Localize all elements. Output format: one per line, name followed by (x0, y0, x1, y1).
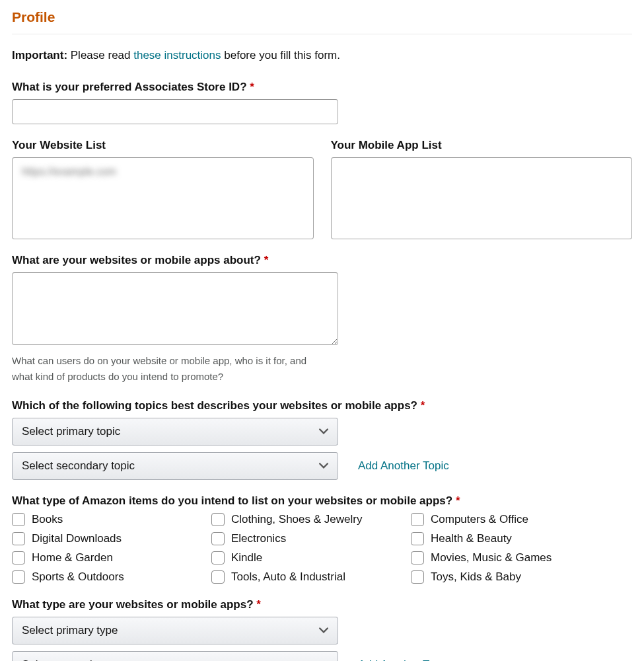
item-checkbox-row: Toys, Kids & Baby (411, 570, 610, 584)
website-list-label: Your Website List (12, 139, 314, 152)
items-label: What type of Amazon items do you intend … (12, 494, 632, 508)
item-checkbox-label: Books (32, 513, 63, 526)
items-section: What type of Amazon items do you intend … (12, 494, 632, 584)
important-text-before: Please read (71, 49, 133, 61)
item-checkbox-row: Books (12, 513, 211, 526)
item-checkbox-label: Health & Beauty (431, 532, 512, 545)
mobile-list-box[interactable] (331, 157, 633, 239)
about-textarea[interactable] (12, 272, 338, 345)
topics-label: Which of the following topics best descr… (12, 399, 632, 412)
add-another-topic-link[interactable]: Add Another Topic (358, 459, 449, 473)
page-title: Profile (12, 9, 55, 24)
page-header: Profile (12, 0, 632, 34)
item-checkbox[interactable] (12, 570, 25, 584)
item-checkbox-label: Clothing, Shoes & Jewelry (231, 513, 362, 526)
important-text-after: before you fill this form. (221, 49, 340, 61)
item-checkbox[interactable] (12, 513, 25, 526)
item-checkbox-label: Electronics (231, 532, 286, 545)
item-checkbox-row: Electronics (211, 532, 411, 545)
item-checkbox-label: Movies, Music & Games (431, 551, 552, 564)
instructions-link[interactable]: these instructions (133, 49, 221, 61)
secondary-type-select[interactable]: Select secondary type (12, 651, 338, 661)
secondary-topic-value: Select secondary topic (22, 459, 135, 473)
chevron-down-icon (319, 626, 328, 635)
store-id-input[interactable] (12, 99, 338, 124)
about-section: What are your websites or mobile apps ab… (12, 254, 632, 385)
item-checkbox-row: Computers & Office (411, 513, 610, 526)
item-checkbox-row: Digital Downloads (12, 532, 211, 545)
item-checkbox-row: Clothing, Shoes & Jewelry (211, 513, 411, 526)
item-checkbox[interactable] (12, 532, 25, 545)
chevron-down-icon (319, 461, 328, 471)
item-checkbox[interactable] (411, 551, 424, 564)
item-checkbox[interactable] (211, 532, 225, 545)
item-checkbox[interactable] (211, 570, 225, 584)
item-checkbox-label: Digital Downloads (32, 532, 122, 545)
item-checkbox[interactable] (411, 513, 424, 526)
primary-topic-select[interactable]: Select primary topic (12, 418, 338, 446)
website-list-box[interactable]: https://example.com (12, 157, 314, 239)
lists-section: Your Website List https://example.com Yo… (12, 139, 632, 239)
item-checkbox-label: Home & Garden (32, 551, 113, 564)
item-checkbox-label: Kindle (231, 551, 262, 564)
important-notice: Important: Please read these instruction… (12, 49, 632, 62)
item-checkbox-label: Sports & Outdoors (32, 570, 124, 584)
about-help-text: What can users do on your website or mob… (12, 353, 316, 385)
items-checkbox-grid: BooksClothing, Shoes & JewelryComputers … (12, 513, 632, 584)
website-list-item: https://example.com (22, 166, 116, 177)
chevron-down-icon (319, 427, 328, 436)
item-checkbox-row: Home & Garden (12, 551, 211, 564)
item-checkbox-label: Tools, Auto & Industrial (231, 570, 345, 584)
item-checkbox[interactable] (12, 551, 25, 564)
about-label: What are your websites or mobile apps ab… (12, 254, 632, 267)
item-checkbox[interactable] (211, 513, 225, 526)
store-id-label: What is your preferred Associates Store … (12, 81, 632, 94)
mobile-list-label: Your Mobile App List (331, 139, 633, 152)
types-label: What type are your websites or mobile ap… (12, 598, 632, 611)
item-checkbox-row: Movies, Music & Games (411, 551, 610, 564)
mobile-list-col: Your Mobile App List (331, 139, 633, 239)
item-checkbox-row: Health & Beauty (411, 532, 610, 545)
secondary-topic-select[interactable]: Select secondary topic (12, 452, 338, 480)
secondary-type-value: Select secondary type (22, 658, 132, 661)
topics-section: Which of the following topics best descr… (12, 399, 632, 480)
primary-type-value: Select primary type (22, 624, 118, 637)
website-list-col: Your Website List https://example.com (12, 139, 314, 239)
item-checkbox-row: Tools, Auto & Industrial (211, 570, 411, 584)
add-another-type-link[interactable]: Add Another Type (358, 658, 447, 661)
item-checkbox[interactable] (211, 551, 225, 564)
item-checkbox-row: Kindle (211, 551, 411, 564)
important-label: Important: (12, 49, 67, 61)
primary-topic-value: Select primary topic (22, 425, 120, 438)
item-checkbox-label: Toys, Kids & Baby (431, 570, 521, 584)
item-checkbox[interactable] (411, 570, 424, 584)
item-checkbox-label: Computers & Office (431, 513, 528, 526)
types-section: What type are your websites or mobile ap… (12, 598, 632, 661)
primary-type-select[interactable]: Select primary type (12, 617, 338, 644)
item-checkbox[interactable] (411, 532, 424, 545)
store-id-section: What is your preferred Associates Store … (12, 81, 632, 124)
item-checkbox-row: Sports & Outdoors (12, 570, 211, 584)
